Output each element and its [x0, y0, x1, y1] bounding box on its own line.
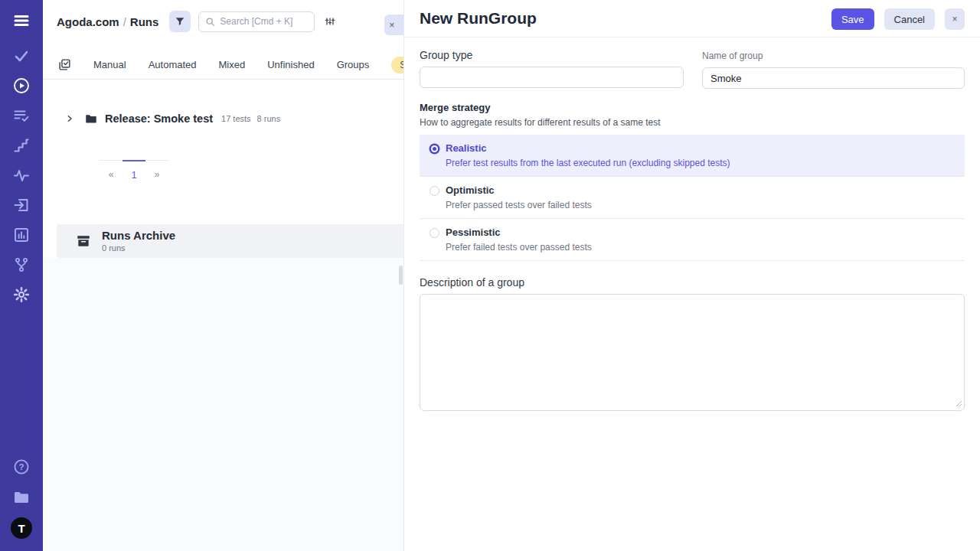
run-group-tests-count: 17 tests	[221, 114, 251, 123]
svg-text:?: ?	[19, 462, 24, 471]
help-icon[interactable]: ?	[12, 458, 31, 476]
pulse-activity-icon[interactable]	[12, 166, 31, 184]
name-of-group-label: Name of group	[702, 51, 965, 61]
app-window: ? T Agoda.com/Runs	[0, 0, 980, 551]
option-optimistic-description: Prefer passed tests over failed tests	[446, 200, 592, 210]
top-fields: Group type Name of group	[420, 49, 965, 89]
search-input[interactable]	[220, 16, 304, 27]
archive-texts: Runs Archive 0 runs	[102, 230, 175, 253]
plans-list-check-icon[interactable]	[12, 106, 31, 125]
analytics-bar-chart-icon[interactable]	[12, 226, 31, 244]
folder-icon	[84, 112, 98, 126]
rungroup-form: Group type Name of group Merge strategy …	[404, 37, 980, 414]
sidebar: ? T	[0, 0, 43, 551]
breadcrumb-page: Runs	[130, 15, 159, 28]
filter-button[interactable]	[169, 11, 191, 32]
option-optimistic-title: Optimistic	[446, 184, 592, 197]
option-realistic[interactable]: Realistic Prefer test results from the l…	[420, 135, 965, 177]
branches-git-icon[interactable]	[12, 256, 31, 274]
tab-manual[interactable]: Manual	[93, 59, 126, 70]
run-group-title: Release: Smoke test	[105, 112, 213, 125]
option-realistic-title: Realistic	[446, 142, 730, 155]
runs-panel-header: Agoda.com/Runs ×	[43, 0, 403, 43]
description-wrap	[420, 294, 965, 414]
runs-play-circle-icon[interactable]	[12, 77, 31, 95]
tab-mixed[interactable]: Mixed	[219, 59, 246, 70]
adjustments-sliders-icon[interactable]	[324, 15, 336, 28]
breadcrumb: Agoda.com/Runs	[57, 15, 158, 28]
tab-groups[interactable]: Groups	[337, 59, 370, 70]
run-group-runs-count: 8 runs	[257, 114, 281, 123]
save-button[interactable]: Save	[831, 8, 874, 30]
runs-archive-row[interactable]: Runs Archive 0 runs	[57, 224, 403, 258]
description-textarea[interactable]	[420, 294, 965, 411]
filter-tabs-row: Manual Automated Mixed Unfinished Groups…	[43, 51, 403, 80]
description-label: Description of a group	[420, 276, 965, 289]
severity-badge[interactable]: Severity	[391, 57, 403, 73]
user-avatar[interactable]: T	[11, 517, 32, 539]
option-pessimistic[interactable]: Pessimistic Prefer failed tests over pas…	[420, 219, 965, 261]
option-pessimistic-description: Prefer failed tests over passed tests	[446, 242, 592, 253]
merge-strategy-label: Merge strategy	[420, 102, 965, 113]
merge-strategy-options: Realistic Prefer test results from the l…	[420, 135, 965, 261]
run-group-row[interactable]: Release: Smoke test 17 tests 8 runs	[43, 110, 403, 127]
option-pessimistic-title: Pessimistic	[446, 227, 592, 239]
radio-unselected-icon[interactable]	[430, 186, 439, 196]
new-rungroup-panel: New RunGroup Save Cancel × Group type Na…	[403, 0, 980, 551]
close-button[interactable]: ×	[945, 8, 965, 30]
group-type-label: Group type	[420, 49, 684, 61]
group-type-field: Group type	[420, 49, 684, 89]
radio-unselected-icon[interactable]	[430, 228, 439, 238]
pagination-next[interactable]: »	[145, 161, 168, 181]
rungroup-header: New RunGroup Save Cancel ×	[404, 0, 980, 37]
projects-folder-icon[interactable]	[12, 487, 31, 506]
option-optimistic[interactable]: Optimistic Prefer passed tests over fail…	[420, 177, 965, 219]
archive-box-icon	[76, 233, 91, 249]
runs-list-panel: Agoda.com/Runs × Manual	[43, 0, 403, 551]
breadcrumb-separator: /	[119, 15, 130, 28]
merge-strategy-hint: How to aggregate results for different r…	[420, 117, 965, 128]
tests-check-icon[interactable]	[12, 47, 31, 65]
pagination-page-1[interactable]: 1	[122, 160, 145, 181]
tab-automated[interactable]: Automated	[149, 59, 197, 70]
cancel-button[interactable]: Cancel	[884, 8, 935, 30]
funnel-icon	[175, 16, 185, 27]
pagination: « 1 »	[100, 160, 168, 181]
search-box[interactable]	[198, 11, 315, 32]
milestones-stairs-icon[interactable]	[12, 136, 31, 155]
import-icon[interactable]	[12, 196, 31, 214]
name-of-group-input[interactable]	[702, 67, 965, 89]
breadcrumb-project[interactable]: Agoda.com	[57, 15, 119, 28]
panel-close-button[interactable]: ×	[384, 15, 403, 35]
header-actions: Save Cancel ×	[831, 8, 965, 30]
panel-lower-background	[43, 258, 403, 551]
archive-title: Runs Archive	[102, 230, 175, 242]
option-realistic-description: Prefer test results from the last execut…	[446, 158, 730, 168]
radio-selected-icon[interactable]	[433, 147, 436, 151]
page-title: New RunGroup	[420, 9, 537, 28]
settings-gear-icon[interactable]	[12, 285, 31, 304]
search-icon	[205, 17, 215, 27]
sidebar-nav	[12, 47, 31, 304]
panel-scrollbar-thumb[interactable]	[399, 266, 403, 285]
tab-unfinished[interactable]: Unfinished	[267, 59, 314, 70]
pagination-prev[interactable]: «	[100, 161, 122, 181]
name-field: Name of group	[702, 49, 965, 89]
archive-count: 0 runs	[102, 243, 175, 253]
select-runs-icon[interactable]	[58, 58, 71, 71]
chevron-right-icon[interactable]	[66, 115, 74, 122]
hamburger-menu-icon[interactable]	[12, 11, 31, 30]
sidebar-bottom: ? T	[11, 458, 32, 551]
group-type-input[interactable]	[420, 67, 684, 88]
